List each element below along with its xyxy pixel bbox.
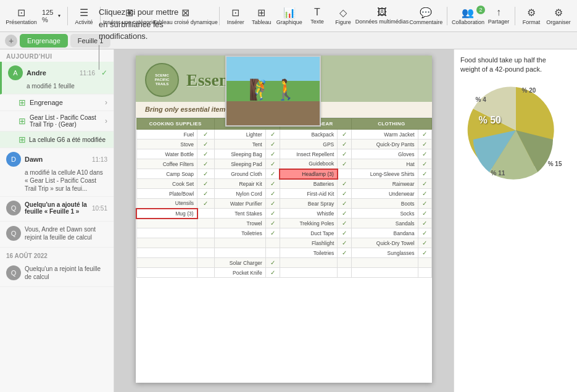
food-description: Food should take up half the weight of a… — [460, 56, 571, 75]
shape-button[interactable]: ◇ Figure — [331, 6, 355, 27]
table-cell-item: Ground Cloth — [214, 169, 265, 179]
tab-engrenage[interactable]: Engrenage — [20, 34, 68, 48]
comment-button[interactable]: 💬 Commentaire — [409, 6, 443, 27]
table-cell-check: ✓ — [418, 140, 431, 149]
col-header-cooking: COOKING SUPPLIES — [136, 119, 214, 130]
table-cell-item: Plate/Bowl — [136, 189, 197, 199]
table-cell-check: ✓ — [338, 228, 351, 238]
sheet-icon-engrenage: ⊞ — [19, 98, 26, 107]
sheet-item-engrenage[interactable]: ⊞ Engrenage › — [0, 94, 114, 111]
toolbar-separator-3 — [219, 7, 220, 25]
table-cell-check: ✓ — [265, 169, 280, 179]
pie-label-11: % 11 — [491, 170, 505, 177]
canvas-area: SCENIC PACIFIC TRAILS Essential Gear Bri… — [114, 49, 454, 392]
table-cell-item: Cook Set — [136, 179, 197, 189]
chart-button[interactable]: 📊 Graphique — [275, 6, 304, 27]
table-cell-item: First-Aid Kit — [280, 189, 338, 199]
share-icon: ↑ — [496, 7, 501, 18]
table-button[interactable]: ⊞ Tableau — [249, 6, 274, 27]
table-row: Cook Set✓Repair Kit✓Batteries✓Rainwear✓ — [136, 179, 432, 189]
table-cell-item: Trowel — [214, 219, 265, 228]
media-button[interactable]: 🖼 Données multimédias — [357, 6, 407, 26]
table-cell-check: ✓ — [197, 179, 215, 189]
table-cell-item: Flashlight — [280, 238, 338, 248]
avatar-added: Q — [6, 201, 21, 215]
table-cell-item: Sandals — [351, 219, 418, 228]
table-cell-check: ✓ — [338, 179, 351, 189]
slide-logo: SCENIC PACIFIC TRAILS — [145, 63, 179, 97]
format-button[interactable]: ⚙ Format — [519, 6, 544, 27]
table-cell-check: ✓ — [265, 228, 280, 238]
activity-item-old[interactable]: Q Quelqu'un a rejoint la feuille de calc… — [0, 261, 114, 287]
table-cell-check: ✓ — [197, 189, 215, 199]
table-cell-check: ✓ — [197, 140, 215, 149]
zoom-control[interactable]: 125 % ▾ — [39, 7, 64, 25]
text-button[interactable]: T Texte — [305, 6, 330, 26]
table-row: Solar Charger✓ — [136, 258, 432, 268]
table-cell-check: ✓ — [265, 268, 280, 278]
activity-item-andre[interactable]: A Andre 11:16 ✓ a modifié 1 feuille — [0, 62, 114, 94]
hiker-silhouette: 🧗🚶 — [249, 78, 298, 101]
table-cell-check: ✓ — [338, 209, 351, 219]
pie-label-4: % 4 — [476, 96, 486, 103]
activity-icon: ☰ — [80, 7, 88, 19]
table-cell-item: Warm Jacket — [351, 130, 418, 140]
share-button[interactable]: ↑ Partager — [486, 6, 511, 26]
collab-icon: 👥 — [462, 7, 474, 19]
table-cell-item — [136, 219, 197, 228]
table-cell-check: ✓ — [338, 248, 351, 258]
table-cell-check: ✓ — [418, 238, 431, 248]
table-icon: ⊞ — [257, 7, 265, 19]
table-row: Pocket Knife✓ — [136, 268, 432, 278]
table-cell-item: Trekking Poles — [280, 219, 338, 228]
presentation-button[interactable]: ⊡ Présentation — [5, 6, 38, 27]
table-cell-item: Gloves — [351, 149, 418, 159]
activity-user-old: Q Quelqu'un a rejoint la feuille de calc… — [6, 265, 107, 281]
cell-modified-item[interactable]: ⊞ La cellule G6 a été modifiée — [0, 131, 114, 148]
activity-item-dawn[interactable]: D Dawn 11:13 a modifié la cellule A10 da… — [0, 148, 114, 197]
table-row: Toiletries✓Duct Tape✓Bandana✓ — [136, 228, 432, 238]
table-cell-item: Long-Sleeve Shirts — [351, 169, 418, 179]
table-cell-check: ✓ — [265, 149, 280, 159]
table-cell-check — [338, 169, 351, 179]
table-cell-item: Insect Repellent — [280, 149, 338, 159]
table-cell-check: ✓ — [418, 179, 431, 189]
toolbar-separator-1 — [67, 7, 68, 25]
sheet-item-gearlist[interactable]: ⊞ Gear List - Pacific Coast Trail Trip ·… — [0, 111, 114, 131]
table-cell-item: Water Purifier — [214, 199, 265, 209]
activity-item-added-sheet[interactable]: Q Quelqu'un a ajouté la feuille « Feuill… — [0, 197, 114, 222]
pie-label-50: % 50 — [479, 115, 501, 126]
add-tab-button[interactable]: + — [5, 35, 17, 47]
table-cell-item — [214, 238, 265, 248]
table-cell-check: ✓ — [418, 199, 431, 209]
insert-button[interactable]: ⊡ Insérer — [223, 6, 248, 27]
activity-item-joined[interactable]: Q Vous, Andre et Dawn sont rejoint la fe… — [0, 222, 114, 248]
table-cell-check: ✓ — [418, 159, 431, 169]
activity-user-andre: A Andre 11:16 ✓ — [8, 65, 107, 80]
table-cell-check: ✓ — [338, 199, 351, 209]
table-cell-item: Nylon Cord — [214, 189, 265, 199]
table-cell-check: ✓ — [338, 140, 351, 149]
organize-button[interactable]: ⚙ Organiser — [545, 6, 572, 27]
table-row: Water Bottle✓Sleeping Bag✓Insect Repelle… — [136, 149, 432, 159]
toolbar: ⊡ Présentation 125 % ▾ ☰ Activité ⊞ Insé… — [0, 0, 577, 32]
chart-icon: 📊 — [283, 7, 296, 19]
table-cell-check: ✓ — [418, 248, 431, 258]
table-cell-check: ✓ — [265, 140, 280, 149]
chevron-right-icon-2: › — [105, 117, 107, 125]
table-cell-item: Quick-Dry Towel — [351, 238, 418, 248]
tab-bar: + Engrenage Feuille 1 — [0, 32, 577, 49]
pivot-table-button[interactable]: ⊠ Tableau croisé dynamique — [156, 6, 215, 27]
avatar-dawn: D — [6, 152, 21, 167]
collab-button[interactable]: 👥 2 Collaboration — [451, 6, 485, 27]
tab-feuille1[interactable]: Feuille 1 — [70, 34, 111, 48]
media-icon: 🖼 — [377, 7, 387, 18]
insert-category-button[interactable]: ⊞ Insérer une catégorie — [104, 6, 154, 27]
activity-button[interactable]: ☰ Activité — [72, 6, 96, 27]
toolbar-separator-2 — [100, 7, 101, 25]
table-cell-item — [136, 238, 197, 248]
table-cell-check: ✓ — [197, 130, 215, 140]
activity-desc-dawn: a modifié la cellule A10 dans « Gear Lis… — [6, 169, 107, 193]
comment-icon: 💬 — [420, 7, 432, 19]
table-row: Stove✓Tent✓GPS✓Quick-Dry Pants✓ — [136, 140, 432, 149]
